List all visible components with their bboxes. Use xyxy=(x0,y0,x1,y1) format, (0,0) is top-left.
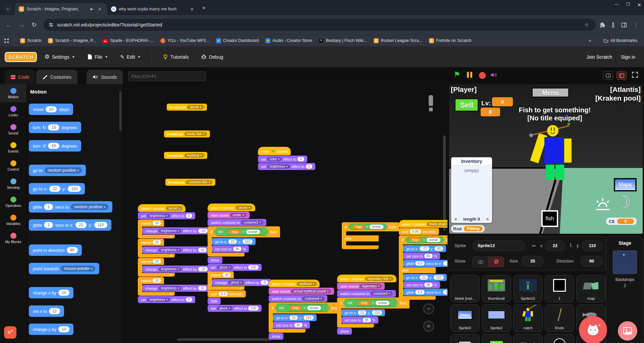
forward-icon[interactable]: → xyxy=(16,21,27,28)
scratch-c-block[interactable]: repeat10changebrightnesseffect by-10↻ xyxy=(138,219,211,238)
sidebar-item-sensing[interactable]: Sensing xyxy=(0,175,26,193)
script[interactable]: when⚑clickedsetcoloreffect to0setbrightn… xyxy=(258,147,315,170)
scratch-block[interactable]: wait0.05seconds xyxy=(399,228,439,235)
scratch-block[interactable]: wait0.3seconds xyxy=(208,290,246,297)
bookmark-item[interactable]: SRocket League Scra... xyxy=(371,37,425,45)
variable-oval[interactable]: map xyxy=(290,306,302,310)
scratch-block[interactable]: go to x:22y:110 xyxy=(273,314,317,321)
sunrise-icon[interactable] xyxy=(594,197,611,211)
block-dropdown[interactable]: secret xyxy=(166,206,182,211)
sidebar-item-events[interactable]: Events xyxy=(0,138,26,157)
block-dropdown[interactable]: ghost xyxy=(217,265,232,270)
scratch-block[interactable]: setcoloreffect to0 xyxy=(258,156,307,163)
scratch-block[interactable]: glide0.3secs to x:22y:110 xyxy=(403,289,447,296)
sign-in-link[interactable]: Sign in xyxy=(621,54,635,60)
sidebar-item-variables[interactable]: Variables xyxy=(0,211,26,229)
tab-sounds[interactable]: Sounds xyxy=(87,70,123,84)
block-header[interactable]: ifnotmap=oceanthen xyxy=(269,302,341,313)
block-dropdown[interactable]: costume2 xyxy=(241,220,263,225)
tab-close-icon[interactable]: ✕ xyxy=(189,6,195,12)
bookmark-item[interactable]: SScratch - Imagine, P... xyxy=(45,37,99,45)
bookmark-item[interactable]: SScratch xyxy=(17,37,44,45)
block-input[interactable]: ocean xyxy=(307,306,321,310)
block-input[interactable]: 35 xyxy=(424,283,433,287)
block-input[interactable]: 10 xyxy=(153,240,161,244)
scratch-block[interactable]: show xyxy=(208,257,222,264)
url-bar[interactable]: scratch.mit.edu/projects/editor/?tutoria… xyxy=(44,19,596,31)
block-input[interactable]: -72 xyxy=(443,261,447,266)
block-input[interactable]: 22 xyxy=(443,290,447,294)
scratch-block[interactable]: switch costume tocostume4 xyxy=(269,295,327,302)
edit-menu[interactable]: ✎ Edit▼ xyxy=(115,51,145,63)
variable-oval[interactable]: map xyxy=(358,301,370,305)
block-dropdown[interactable]: common fish xyxy=(186,180,212,184)
block-input[interactable]: 15 xyxy=(48,124,59,130)
block-input[interactable]: 10 xyxy=(46,106,57,112)
block-dropdown[interactable]: random position xyxy=(71,204,108,210)
block-input[interactable]: 20 xyxy=(222,273,231,277)
scratch-c-block[interactable]: ifmap=oceanthenelse xyxy=(342,222,399,249)
palette-block[interactable]: turn↻15degrees xyxy=(29,122,81,133)
moon-icon[interactable]: ☾ xyxy=(615,192,631,212)
script[interactable]: broadcastmythical xyxy=(164,152,207,159)
apps-grid-icon[interactable] xyxy=(4,38,9,43)
sidebar-item-operators[interactable]: Operators xyxy=(0,193,26,211)
file-menu[interactable]: File▼ xyxy=(83,51,113,62)
palette-block[interactable]: change y by10 xyxy=(29,324,73,335)
scratch-block[interactable]: go to x:22y:110 xyxy=(212,238,256,245)
zoom-out-button[interactable]: − xyxy=(423,303,434,314)
palette-block[interactable]: go torandom position xyxy=(29,165,86,176)
block-dropdown[interactable]: brightness xyxy=(147,297,170,302)
sprite-card[interactable]: 1 xyxy=(545,275,574,302)
block-dropdown[interactable]: brightness xyxy=(267,164,290,169)
block-header[interactable]: repeat10 xyxy=(138,220,164,227)
scratch-logo[interactable]: SCRATCH xyxy=(5,52,37,62)
zoom-reset-button[interactable]: = xyxy=(423,321,434,332)
scratch-block[interactable]: set size to35% xyxy=(403,281,440,288)
palette-block[interactable]: point towardsmouse-pointer xyxy=(29,263,99,274)
stage-audio-icon[interactable] xyxy=(490,72,497,78)
block-input[interactable]: 1 xyxy=(44,222,53,228)
scratch-c-block[interactable]: ifnotmap=oceanthengo to x:22y:110set siz… xyxy=(208,226,280,256)
scratch-block[interactable]: set size to35% xyxy=(341,317,378,324)
show-hidden-button[interactable]: Ø xyxy=(488,257,504,267)
block-input[interactable]: 110 xyxy=(372,310,382,315)
minimize-icon[interactable]: — xyxy=(615,2,619,8)
block-input[interactable]: 10 xyxy=(153,259,161,264)
beaker-icon[interactable] xyxy=(610,22,619,27)
operator-equals[interactable]: map=ocean xyxy=(285,305,325,311)
block-input[interactable]: 110 xyxy=(94,222,107,228)
scratch-block[interactable]: set size to35% xyxy=(273,322,310,329)
scratch-block[interactable]: when I receivesecret xyxy=(138,204,185,212)
sprite-card[interactable]: Shake xyxy=(545,334,574,343)
sprite-card[interactable]: blank [red... xyxy=(450,275,480,302)
block-dropdown[interactable]: ghost xyxy=(228,280,244,285)
game-sell-button[interactable]: Sell xyxy=(454,98,479,112)
scratch-block[interactable]: changebrightnesseffect by10 xyxy=(142,285,210,292)
operator-hex[interactable]: map=ocean xyxy=(348,224,388,230)
block-input[interactable]: 0 xyxy=(298,157,304,161)
block-header[interactable]: ifmap=oceanthen xyxy=(342,222,399,231)
sprite-card[interactable]: Sprite10 xyxy=(513,275,543,302)
block-dropdown[interactable]: mouse-pointer xyxy=(61,266,95,272)
reload-icon[interactable]: ↻ xyxy=(29,21,40,28)
scratch-block[interactable]: setghosteffect to100 xyxy=(208,305,262,312)
script[interactable]: broadcastexotic fish xyxy=(164,130,210,137)
bookmark-item[interactable]: ⚡Audio - Creator Store xyxy=(263,37,315,45)
block-input[interactable]: 100 xyxy=(248,265,259,270)
operator-hex[interactable]: map=ocean xyxy=(405,237,445,243)
block-input[interactable]: 0 xyxy=(186,297,193,302)
game-menu-button[interactable]: Menu xyxy=(532,88,569,98)
block-dropdown[interactable]: brightness xyxy=(159,267,181,271)
block-dropdown[interactable]: costume4 xyxy=(302,296,324,301)
tab-audio-icon[interactable] xyxy=(90,7,94,11)
block-header[interactable]: repeat10 xyxy=(138,258,164,265)
scratch-c-block[interactable]: repeat20changeghosteffect by-5↻ xyxy=(208,271,271,290)
scratch-block[interactable]: when⚑clicked xyxy=(258,147,291,155)
block-input[interactable]: -10 xyxy=(198,267,208,271)
block-input[interactable]: 10 xyxy=(58,290,69,296)
tab-costumes[interactable]: Costumes xyxy=(36,70,77,84)
block-input[interactable]: 80 xyxy=(435,246,443,251)
fullscreen-icon[interactable] xyxy=(631,71,639,78)
side-panel-icon[interactable] xyxy=(621,22,630,28)
